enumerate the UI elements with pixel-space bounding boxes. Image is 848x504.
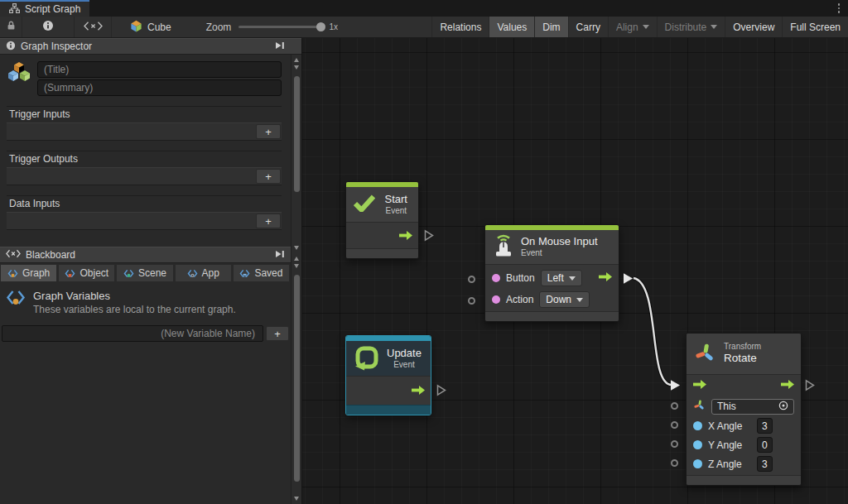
update-event-node[interactable]: Update Event	[345, 335, 431, 415]
port-label: Action	[506, 294, 533, 305]
blackboard-scrollbar[interactable]	[291, 253, 301, 504]
dim-button[interactable]: Dim	[534, 17, 567, 37]
tab-script-graph[interactable]: Script Graph	[0, 0, 89, 17]
tab-scene[interactable]: Scene	[117, 265, 172, 281]
chevron-down-icon	[569, 276, 576, 281]
trigger-output-port[interactable]	[781, 380, 794, 391]
unconnected-input-icon[interactable]	[671, 402, 678, 410]
start-output-connector-icon[interactable]	[424, 229, 434, 245]
action-dropdown[interactable]: Down	[539, 291, 590, 308]
relations-button[interactable]: Relations	[431, 17, 489, 37]
section-label: Trigger Outputs	[7, 151, 282, 165]
graph-variables-heading: Graph Variables	[33, 290, 236, 302]
info-icon	[6, 41, 16, 53]
on-mouse-input-node[interactable]: On Mouse Input Event Button Left	[484, 224, 619, 322]
section-label: Data Inputs	[7, 196, 282, 209]
x-angle-input[interactable]: 3	[757, 418, 773, 434]
value-port-icon[interactable]	[693, 421, 702, 430]
rotate-output-connector-icon[interactable]	[805, 379, 815, 395]
update-output-connector-icon[interactable]	[436, 384, 446, 400]
chevron-down-icon	[643, 25, 649, 29]
target-row: This	[687, 396, 801, 416]
unconnected-input-icon[interactable]	[468, 276, 475, 283]
node-category: Transform	[724, 342, 761, 353]
lock-button[interactable]	[0, 17, 22, 37]
node-footer	[485, 311, 619, 321]
dock-icon[interactable]	[275, 41, 285, 52]
object-picker-icon[interactable]	[778, 401, 788, 413]
target-object-field[interactable]: This	[711, 399, 794, 415]
unconnected-input-icon[interactable]	[671, 421, 678, 429]
graph-canvas[interactable]: Start Event	[302, 38, 848, 504]
node-subtitle: Event	[385, 206, 407, 217]
port-label: Y Angle	[708, 439, 751, 451]
overview-button[interactable]: Overview	[725, 17, 782, 37]
zoom-label: Zoom	[206, 22, 232, 33]
unconnected-input-icon[interactable]	[468, 297, 475, 305]
trigger-row	[687, 375, 801, 396]
tab-bar-empty	[89, 0, 830, 17]
graph-variables-description: These variables are local to the current…	[33, 304, 236, 315]
align-dropdown[interactable]: Align	[608, 17, 657, 37]
trigger-input-port[interactable]	[693, 380, 706, 391]
tab-label: Script Graph	[25, 3, 80, 15]
node-body	[346, 223, 418, 248]
graph-summary-input[interactable]	[37, 79, 282, 96]
tab-saved[interactable]: Saved	[234, 265, 289, 281]
graph-title-input[interactable]	[37, 61, 282, 78]
action-port-row: Action Down	[485, 289, 619, 310]
z-angle-input[interactable]: 3	[757, 456, 773, 472]
node-header: Transform Rotate	[687, 334, 801, 375]
port-label: Z Angle	[708, 458, 751, 470]
dock-icon[interactable]	[275, 249, 285, 261]
distribute-dropdown[interactable]: Distribute	[657, 17, 725, 37]
value-port-icon[interactable]	[492, 274, 500, 282]
transform-port-icon[interactable]	[693, 399, 706, 414]
graph-toolbar: Cube Zoom 1x Relations Values Dim Carry …	[0, 17, 848, 38]
node-title: Start	[385, 193, 407, 206]
trigger-output-port[interactable]	[599, 272, 612, 284]
node-header: Start Event	[346, 187, 418, 223]
zoom-slider[interactable]	[238, 26, 321, 28]
value-port-icon[interactable]	[693, 459, 702, 468]
trigger-output-port[interactable]	[412, 386, 425, 397]
carry-button[interactable]: Carry	[568, 17, 608, 37]
graph-target[interactable]: Cube	[130, 17, 171, 37]
node-footer	[687, 475, 801, 485]
add-data-input-button[interactable]: +	[256, 214, 281, 228]
unconnected-input-icon[interactable]	[671, 459, 678, 467]
tab-object[interactable]: Object	[59, 265, 114, 281]
window-menu-icon[interactable]	[830, 0, 848, 17]
add-trigger-output-button[interactable]: +	[256, 169, 281, 184]
mouse-output-connector-icon[interactable]	[623, 272, 634, 288]
add-trigger-input-button[interactable]: +	[256, 124, 281, 139]
unconnected-input-icon[interactable]	[671, 440, 678, 448]
inspector-toggle-button[interactable]	[22, 17, 75, 37]
panel-title: Graph Inspector	[21, 41, 92, 52]
y-angle-input[interactable]: 0	[757, 437, 773, 453]
add-variable-button[interactable]: +	[266, 326, 289, 341]
value-port-icon[interactable]	[492, 295, 500, 304]
trigger-inputs-section: Trigger Inputs +	[7, 106, 282, 141]
zoom-slider-knob[interactable]	[316, 22, 325, 31]
data-inputs-list: +	[7, 212, 282, 230]
check-icon	[354, 194, 375, 214]
trigger-output-port[interactable]	[399, 231, 412, 242]
start-event-node[interactable]: Start Event	[345, 181, 419, 259]
variables-icon	[65, 269, 75, 278]
variables-icon	[187, 269, 198, 278]
target-label: Cube	[147, 22, 171, 33]
variables-icon	[239, 269, 250, 278]
new-variable-input[interactable]	[2, 325, 263, 342]
inspector-scrollbar[interactable]	[291, 55, 301, 253]
tab-graph[interactable]: Graph	[1, 265, 56, 281]
full-screen-button[interactable]: Full Screen	[782, 17, 848, 37]
values-button[interactable]: Values	[489, 17, 534, 37]
transform-rotate-node[interactable]: Transform Rotate	[686, 333, 802, 486]
blackboard-toggle-button[interactable]	[75, 17, 112, 37]
button-dropdown[interactable]: Left	[541, 270, 582, 286]
tab-app[interactable]: App	[176, 265, 231, 281]
value-port-icon[interactable]	[693, 440, 702, 449]
trigger-outputs-section: Trigger Outputs +	[7, 151, 282, 185]
rotate-input-connector-icon[interactable]	[670, 379, 681, 395]
